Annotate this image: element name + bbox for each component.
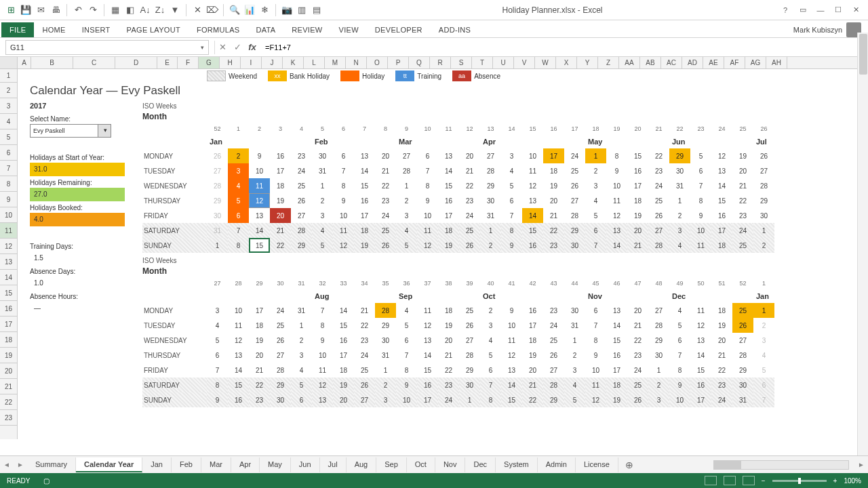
calendar-day[interactable]: 29 (375, 318, 396, 333)
calendar-day[interactable]: 7 (312, 303, 333, 318)
calendar-day[interactable]: 6 (669, 333, 690, 348)
calendar-day[interactable]: 17 (606, 363, 627, 378)
calendar-day[interactable]: 1 (564, 333, 585, 348)
calendar-day[interactable]: 16 (270, 148, 291, 163)
calendar-day[interactable]: 5 (753, 363, 774, 378)
calendar-day[interactable]: 16 (228, 392, 249, 407)
calendar-day[interactable]: 8 (690, 193, 711, 208)
calendar-day[interactable]: 1 (753, 303, 774, 318)
calendar-day[interactable]: 30 (648, 348, 669, 363)
ribbon-tab-file[interactable]: FILE (1, 22, 34, 37)
row-header[interactable]: 13 (0, 254, 17, 270)
row-header[interactable]: 11 (0, 223, 17, 239)
column-header[interactable]: P (388, 57, 409, 68)
calendar-day[interactable]: 28 (207, 178, 228, 193)
calendar-day[interactable]: 16 (606, 348, 627, 363)
calendar-day[interactable]: 11 (417, 223, 438, 238)
calendar-day[interactable]: 10 (501, 318, 522, 333)
calendar-day[interactable]: 23 (732, 208, 753, 223)
calendar-day[interactable]: 10 (333, 208, 354, 223)
help-icon[interactable]: ? (777, 3, 793, 17)
calendar-day[interactable]: 8 (480, 392, 501, 407)
calendar-day[interactable]: 2 (480, 303, 501, 318)
column-header[interactable]: G (199, 57, 220, 68)
calendar-day[interactable]: 20 (732, 163, 753, 178)
calendar-day[interactable]: 26 (564, 178, 585, 193)
calendar-day[interactable]: 7 (396, 348, 417, 363)
calendar-day[interactable]: 26 (270, 333, 291, 348)
calendar-day[interactable]: 29 (669, 148, 690, 163)
add-sheet-icon[interactable]: ⊕ (623, 460, 636, 470)
calendar-day[interactable]: 21 (249, 363, 270, 378)
qat-icon-4[interactable]: ▥ (296, 5, 307, 16)
ribbon-options-icon[interactable]: ▭ (795, 3, 811, 17)
calendar-day[interactable]: 21 (270, 223, 291, 238)
calendar-day[interactable]: 26 (354, 378, 375, 392)
calendar-day[interactable]: 25 (543, 333, 564, 348)
calendar-day[interactable]: 7 (207, 363, 228, 378)
calendar-day[interactable]: 5 (585, 208, 606, 223)
calendar-day[interactable]: 22 (543, 223, 564, 238)
calendar-day[interactable]: 19 (606, 392, 627, 407)
calendar-day[interactable]: 2 (228, 148, 249, 163)
calendar-day[interactable]: 24 (375, 208, 396, 223)
calendar-day[interactable]: 25 (270, 318, 291, 333)
calendar-day[interactable]: 5 (396, 238, 417, 253)
calendar-day[interactable]: 6 (480, 363, 501, 378)
sheet-tab-aug[interactable]: Aug (347, 458, 377, 472)
column-header[interactable]: I (241, 57, 262, 68)
calendar-day[interactable]: 11 (501, 333, 522, 348)
filter-icon[interactable]: ▼ (170, 5, 180, 16)
excel-icon[interactable]: ⊞ (5, 5, 16, 16)
calendar-day[interactable]: 19 (249, 333, 270, 348)
calendar-day[interactable]: 30 (312, 148, 333, 163)
calendar-day[interactable]: 27 (564, 193, 585, 208)
row-header[interactable]: 16 (0, 301, 17, 317)
calendar-day[interactable]: 3 (564, 363, 585, 378)
calendar-day[interactable]: 5 (690, 148, 711, 163)
calendar-day[interactable]: 18 (606, 378, 627, 392)
calendar-day[interactable]: 14 (690, 348, 711, 363)
sheet-tab-calendar-year[interactable]: Calendar Year (76, 458, 142, 472)
calendar-day[interactable]: 31 (564, 318, 585, 333)
calendar-day[interactable]: 18 (711, 303, 732, 318)
calendar-day[interactable]: 17 (522, 318, 543, 333)
sheet-tab-sep[interactable]: Sep (376, 458, 407, 472)
row-header[interactable]: 10 (0, 207, 17, 223)
calendar-day[interactable]: 13 (606, 303, 627, 318)
calendar-day[interactable]: 31 (732, 392, 753, 407)
calendar-day[interactable]: 1 (312, 178, 333, 193)
calendar-day[interactable]: 13 (606, 223, 627, 238)
calendar-day[interactable]: 25 (375, 223, 396, 238)
calendar-day[interactable]: 24 (711, 392, 732, 407)
calendar-day[interactable]: 10 (522, 148, 543, 163)
ribbon-tab-developer[interactable]: DEVELOPER (367, 22, 431, 37)
calendar-day[interactable]: 10 (606, 178, 627, 193)
calendar-day[interactable]: 19 (627, 208, 648, 223)
calendar-day[interactable]: 28 (753, 178, 774, 193)
row-header[interactable]: 8 (0, 176, 17, 192)
calendar-day[interactable]: 3 (669, 223, 690, 238)
calendar-day[interactable]: 26 (459, 238, 480, 253)
calendar-day[interactable]: 25 (459, 223, 480, 238)
calendar-day[interactable]: 30 (480, 193, 501, 208)
calendar-day[interactable]: 12 (417, 318, 438, 333)
calendar-day[interactable]: 12 (501, 348, 522, 363)
calendar-day[interactable]: 8 (417, 178, 438, 193)
calendar-day[interactable]: 11 (228, 318, 249, 333)
calendar-day[interactable]: 24 (648, 178, 669, 193)
calendar-day[interactable]: 3 (753, 333, 774, 348)
calendar-day[interactable]: 20 (627, 223, 648, 238)
calendar-day[interactable]: 4 (291, 363, 312, 378)
calendar-day[interactable]: 20 (522, 363, 543, 378)
calendar-day[interactable]: 24 (459, 208, 480, 223)
calendar-day[interactable]: 16 (711, 208, 732, 223)
calendar-day[interactable]: 8 (606, 148, 627, 163)
calendar-day[interactable]: 29 (291, 238, 312, 253)
calendar-day[interactable]: 29 (753, 193, 774, 208)
calendar-day[interactable]: 19 (333, 378, 354, 392)
row-header[interactable]: 5 (0, 129, 17, 145)
calendar-day[interactable]: 17 (333, 348, 354, 363)
calendar-day[interactable]: 2 (375, 378, 396, 392)
calendar-day[interactable]: 10 (585, 363, 606, 378)
